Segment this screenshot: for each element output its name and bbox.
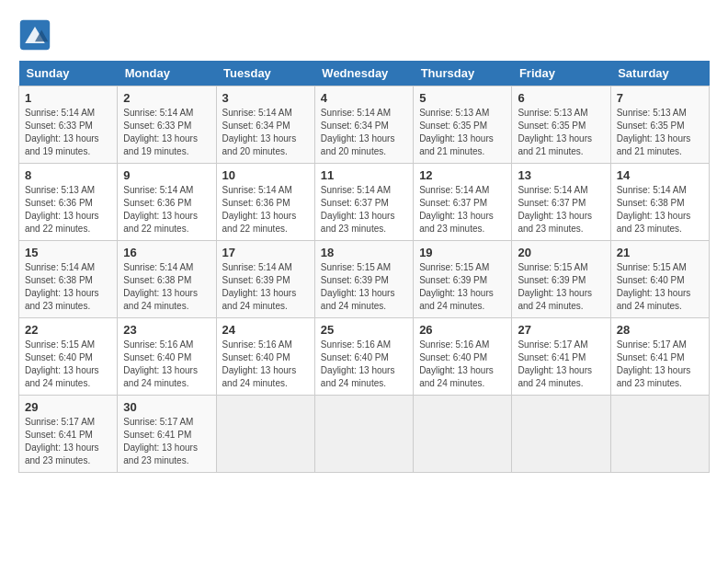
day-number: 20 xyxy=(518,246,604,259)
day-detail: Sunrise: 5:14 AM Sunset: 6:39 PM Dayligh… xyxy=(222,261,309,313)
calendar-day-cell: 13Sunrise: 5:14 AM Sunset: 6:37 PM Dayli… xyxy=(512,164,610,241)
calendar-day-cell: 25Sunrise: 5:16 AM Sunset: 6:40 PM Dayli… xyxy=(314,318,413,396)
day-number: 28 xyxy=(617,323,703,337)
day-detail: Sunrise: 5:15 AM Sunset: 6:40 PM Dayligh… xyxy=(25,339,111,390)
calendar-day-cell: 6Sunrise: 5:13 AM Sunset: 6:35 PM Daylig… xyxy=(512,86,610,164)
day-detail: Sunrise: 5:14 AM Sunset: 6:34 PM Dayligh… xyxy=(321,107,407,158)
day-number: 14 xyxy=(617,168,703,182)
calendar-day-cell: 15Sunrise: 5:14 AM Sunset: 6:38 PM Dayli… xyxy=(19,241,118,318)
day-detail: Sunrise: 5:17 AM Sunset: 6:41 PM Dayligh… xyxy=(617,339,703,390)
day-detail: Sunrise: 5:14 AM Sunset: 6:38 PM Dayligh… xyxy=(123,261,210,313)
calendar-day-cell xyxy=(414,396,512,473)
calendar-week-row: 8Sunrise: 5:13 AM Sunset: 6:36 PM Daylig… xyxy=(19,164,710,241)
day-number: 3 xyxy=(222,91,309,105)
header-friday: Friday xyxy=(512,61,610,86)
calendar-day-cell: 19Sunrise: 5:15 AM Sunset: 6:39 PM Dayli… xyxy=(414,241,512,318)
calendar-header-row: SundayMondayTuesdayWednesdayThursdayFrid… xyxy=(19,61,710,86)
calendar-day-cell: 4Sunrise: 5:14 AM Sunset: 6:34 PM Daylig… xyxy=(314,86,413,164)
day-number: 27 xyxy=(518,323,604,337)
header-wednesday: Wednesday xyxy=(314,61,413,86)
day-number: 11 xyxy=(321,168,407,182)
page-header xyxy=(18,18,710,52)
logo-icon xyxy=(18,18,51,52)
day-detail: Sunrise: 5:14 AM Sunset: 6:33 PM Dayligh… xyxy=(123,107,210,158)
day-number: 18 xyxy=(321,246,407,259)
calendar-day-cell: 28Sunrise: 5:17 AM Sunset: 6:41 PM Dayli… xyxy=(610,318,709,396)
day-number: 10 xyxy=(222,168,309,182)
calendar-day-cell xyxy=(216,396,314,473)
day-detail: Sunrise: 5:14 AM Sunset: 6:37 PM Dayligh… xyxy=(419,184,506,236)
day-detail: Sunrise: 5:16 AM Sunset: 6:40 PM Dayligh… xyxy=(222,339,309,390)
day-number: 25 xyxy=(321,323,407,337)
calendar-day-cell: 26Sunrise: 5:16 AM Sunset: 6:40 PM Dayli… xyxy=(414,318,512,396)
day-detail: Sunrise: 5:14 AM Sunset: 6:38 PM Dayligh… xyxy=(25,261,111,313)
calendar-day-cell xyxy=(512,396,610,473)
calendar-day-cell: 18Sunrise: 5:15 AM Sunset: 6:39 PM Dayli… xyxy=(314,241,413,318)
day-detail: Sunrise: 5:14 AM Sunset: 6:37 PM Dayligh… xyxy=(321,184,407,236)
day-detail: Sunrise: 5:15 AM Sunset: 6:39 PM Dayligh… xyxy=(419,261,506,313)
day-detail: Sunrise: 5:15 AM Sunset: 6:39 PM Dayligh… xyxy=(321,261,407,313)
day-number: 4 xyxy=(321,91,407,105)
day-number: 26 xyxy=(419,323,506,337)
day-detail: Sunrise: 5:14 AM Sunset: 6:33 PM Dayligh… xyxy=(25,107,111,158)
day-number: 8 xyxy=(25,168,111,182)
day-detail: Sunrise: 5:17 AM Sunset: 6:41 PM Dayligh… xyxy=(123,416,210,467)
day-number: 21 xyxy=(617,246,703,259)
day-detail: Sunrise: 5:16 AM Sunset: 6:40 PM Dayligh… xyxy=(321,339,407,390)
day-number: 7 xyxy=(617,91,703,105)
day-detail: Sunrise: 5:15 AM Sunset: 6:40 PM Dayligh… xyxy=(617,261,703,313)
day-detail: Sunrise: 5:14 AM Sunset: 6:34 PM Dayligh… xyxy=(222,107,309,158)
day-number: 13 xyxy=(518,168,604,182)
calendar-day-cell: 20Sunrise: 5:15 AM Sunset: 6:39 PM Dayli… xyxy=(512,241,610,318)
day-detail: Sunrise: 5:13 AM Sunset: 6:35 PM Dayligh… xyxy=(518,107,604,158)
header-thursday: Thursday xyxy=(414,61,512,86)
day-number: 22 xyxy=(25,323,111,337)
day-number: 23 xyxy=(123,323,210,337)
day-detail: Sunrise: 5:17 AM Sunset: 6:41 PM Dayligh… xyxy=(518,339,604,390)
calendar-day-cell: 30Sunrise: 5:17 AM Sunset: 6:41 PM Dayli… xyxy=(118,396,216,473)
calendar-day-cell: 2Sunrise: 5:14 AM Sunset: 6:33 PM Daylig… xyxy=(118,86,216,164)
calendar-day-cell: 1Sunrise: 5:14 AM Sunset: 6:33 PM Daylig… xyxy=(19,86,118,164)
day-detail: Sunrise: 5:16 AM Sunset: 6:40 PM Dayligh… xyxy=(419,339,506,390)
logo xyxy=(18,18,57,52)
day-number: 9 xyxy=(123,168,210,182)
calendar-week-row: 22Sunrise: 5:15 AM Sunset: 6:40 PM Dayli… xyxy=(19,318,710,396)
calendar-day-cell: 27Sunrise: 5:17 AM Sunset: 6:41 PM Dayli… xyxy=(512,318,610,396)
day-number: 5 xyxy=(419,91,506,105)
calendar-day-cell: 14Sunrise: 5:14 AM Sunset: 6:38 PM Dayli… xyxy=(610,164,709,241)
calendar-day-cell: 12Sunrise: 5:14 AM Sunset: 6:37 PM Dayli… xyxy=(414,164,512,241)
day-detail: Sunrise: 5:13 AM Sunset: 6:36 PM Dayligh… xyxy=(25,184,111,236)
day-number: 16 xyxy=(123,246,210,259)
calendar-day-cell: 3Sunrise: 5:14 AM Sunset: 6:34 PM Daylig… xyxy=(216,86,314,164)
day-number: 24 xyxy=(222,323,309,337)
calendar-day-cell: 11Sunrise: 5:14 AM Sunset: 6:37 PM Dayli… xyxy=(314,164,413,241)
day-detail: Sunrise: 5:14 AM Sunset: 6:36 PM Dayligh… xyxy=(123,184,210,236)
header-tuesday: Tuesday xyxy=(216,61,314,86)
calendar-day-cell: 22Sunrise: 5:15 AM Sunset: 6:40 PM Dayli… xyxy=(19,318,118,396)
day-detail: Sunrise: 5:14 AM Sunset: 6:36 PM Dayligh… xyxy=(222,184,309,236)
calendar-day-cell xyxy=(314,396,413,473)
calendar-day-cell: 21Sunrise: 5:15 AM Sunset: 6:40 PM Dayli… xyxy=(610,241,709,318)
day-number: 6 xyxy=(518,91,604,105)
calendar-day-cell: 29Sunrise: 5:17 AM Sunset: 6:41 PM Dayli… xyxy=(19,396,118,473)
day-detail: Sunrise: 5:14 AM Sunset: 6:38 PM Dayligh… xyxy=(617,184,703,236)
day-number: 17 xyxy=(222,246,309,259)
calendar-week-row: 15Sunrise: 5:14 AM Sunset: 6:38 PM Dayli… xyxy=(19,241,710,318)
day-number: 30 xyxy=(123,400,210,414)
calendar-table: SundayMondayTuesdayWednesdayThursdayFrid… xyxy=(18,61,710,473)
calendar-day-cell: 17Sunrise: 5:14 AM Sunset: 6:39 PM Dayli… xyxy=(216,241,314,318)
day-number: 12 xyxy=(419,168,506,182)
calendar-week-row: 1Sunrise: 5:14 AM Sunset: 6:33 PM Daylig… xyxy=(19,86,710,164)
calendar-week-row: 29Sunrise: 5:17 AM Sunset: 6:41 PM Dayli… xyxy=(19,396,710,473)
day-number: 29 xyxy=(25,400,111,414)
day-detail: Sunrise: 5:14 AM Sunset: 6:37 PM Dayligh… xyxy=(518,184,604,236)
header-saturday: Saturday xyxy=(610,61,709,86)
calendar-day-cell: 5Sunrise: 5:13 AM Sunset: 6:35 PM Daylig… xyxy=(414,86,512,164)
day-number: 1 xyxy=(25,91,111,105)
calendar-day-cell: 24Sunrise: 5:16 AM Sunset: 6:40 PM Dayli… xyxy=(216,318,314,396)
day-detail: Sunrise: 5:16 AM Sunset: 6:40 PM Dayligh… xyxy=(123,339,210,390)
day-number: 2 xyxy=(123,91,210,105)
day-number: 15 xyxy=(25,246,111,259)
day-number: 19 xyxy=(419,246,506,259)
day-detail: Sunrise: 5:15 AM Sunset: 6:39 PM Dayligh… xyxy=(518,261,604,313)
